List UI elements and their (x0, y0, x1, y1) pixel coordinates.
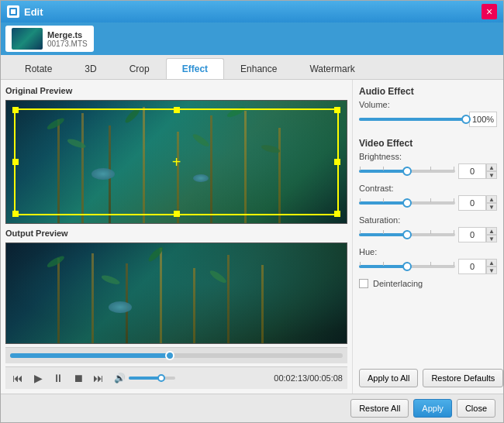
skip-forward-button[interactable]: ⏭ (91, 370, 106, 386)
scrubber-track[interactable] (10, 353, 343, 358)
hue-row: Hue: 0 ▲ ▼ (359, 247, 497, 274)
brightness-up[interactable]: ▲ (486, 163, 497, 171)
contrast-value: 0 (458, 195, 486, 211)
playback-controls: ⏮ ▶ ⏸ ⏹ ⏭ 🔊 00:02:13/00:05:08 (5, 366, 347, 389)
volume-fill (129, 377, 161, 380)
crop-handle-br[interactable] (334, 211, 340, 217)
file-name: Merge.ts (47, 30, 88, 40)
scrubber-area (5, 347, 347, 363)
brightness-slider-row: 0 ▲ ▼ (359, 163, 497, 179)
hue-spinners: ▲ ▼ (486, 259, 497, 274)
restore-all-button[interactable]: Restore All (350, 399, 409, 418)
tab-watermark[interactable]: Watermark (293, 58, 371, 79)
saturation-up[interactable]: ▲ (486, 227, 497, 235)
output-preview-label: Output Preview (5, 227, 347, 239)
brightness-track[interactable] (359, 170, 455, 173)
hue-slider-row: 0 ▲ ▼ (359, 259, 497, 274)
crop-overlay: + (14, 108, 339, 215)
close-button[interactable]: × (482, 4, 497, 19)
audio-effect-section: Audio Effect Volume: 100% (359, 86, 497, 132)
contrast-row: Contrast: 0 ▲ (359, 184, 497, 211)
apply-to-all-row: Apply to All Restore Defaults (359, 369, 497, 387)
brightness-thumb[interactable] (402, 167, 412, 176)
main-content: Original Preview (1, 80, 503, 394)
hue-thumb[interactable] (402, 262, 412, 271)
volume-control-row: Volume: 100% (359, 100, 497, 127)
contrast-track[interactable] (359, 201, 455, 205)
tab-effect[interactable]: Effect (166, 58, 224, 79)
brightness-value: 0 (458, 163, 486, 179)
crop-handle-tm[interactable] (174, 107, 180, 113)
hue-down[interactable]: ▼ (486, 267, 497, 274)
scrubber-thumb[interactable] (165, 351, 174, 360)
saturation-track[interactable] (359, 233, 455, 236)
apply-button[interactable]: Apply (413, 399, 452, 418)
deinterlacing-checkbox[interactable] (359, 279, 368, 288)
pause-button[interactable]: ⏸ (50, 370, 66, 386)
saturation-spinners: ▲ ▼ (486, 227, 497, 242)
file-info: Merge.ts 00173.MTS (47, 30, 88, 48)
title-bar: Edit × (1, 1, 503, 22)
volume-icon: 🔊 (114, 373, 126, 383)
output-preview (5, 242, 347, 344)
tab-crop[interactable]: Crop (113, 58, 166, 79)
saturation-thumb[interactable] (402, 230, 412, 239)
crop-handle-bl[interactable] (12, 211, 19, 217)
hue-label: Hue: (359, 247, 497, 256)
file-tab-area: Merge.ts 00173.MTS (1, 22, 503, 55)
contrast-label: Contrast: (359, 184, 497, 193)
hue-value: 0 (458, 259, 486, 274)
volume-value: 100% (469, 112, 497, 127)
saturation-down[interactable]: ▼ (486, 235, 497, 242)
tab-rotate[interactable]: Rotate (9, 58, 68, 79)
volume-slider-track[interactable] (359, 118, 466, 121)
hue-up[interactable]: ▲ (486, 259, 497, 267)
volume-track[interactable] (129, 377, 175, 380)
saturation-value-group: 0 ▲ ▼ (458, 227, 497, 242)
contrast-up[interactable]: ▲ (486, 195, 497, 203)
tab-3d[interactable]: 3D (68, 58, 112, 79)
deinterlacing-label: Deinterlacing (373, 279, 423, 288)
apply-to-all-button[interactable]: Apply to All (359, 369, 418, 387)
hue-value-group: 0 ▲ ▼ (458, 259, 497, 274)
crop-handle-rm[interactable] (334, 159, 340, 165)
output-video-bg (6, 243, 347, 343)
volume-slider-thumb[interactable] (461, 115, 471, 124)
volume-thumb[interactable] (157, 374, 165, 382)
contrast-thumb[interactable] (402, 198, 412, 208)
tab-enhance[interactable]: Enhance (224, 58, 293, 79)
contrast-down[interactable]: ▼ (486, 203, 497, 211)
hue-track[interactable] (359, 265, 455, 268)
edit-window: Edit × Merge.ts 00173.MTS Rotate 3D Crop… (0, 0, 504, 423)
video-effect-section: Video Effect Brightness: 0 (359, 138, 497, 288)
stop-button[interactable]: ⏹ (71, 370, 86, 386)
crop-handle-bm[interactable] (174, 211, 180, 217)
restore-defaults-button[interactable]: Restore Defaults (423, 369, 503, 387)
output-bamboo-scene (6, 243, 347, 343)
brightness-row: Brightness: 0 ▲ (359, 152, 497, 179)
volume-slider-row: 100% (359, 112, 497, 127)
crop-center-marker: + (172, 153, 181, 171)
right-panel: Audio Effect Volume: 100% Video Effect (352, 80, 503, 394)
tab-bar: Rotate 3D Crop Effect Enhance Watermark (1, 55, 503, 80)
play-button[interactable]: ▶ (30, 370, 46, 386)
file-subname: 00173.MTS (47, 40, 88, 48)
saturation-label: Saturation: (359, 215, 497, 225)
footer: Restore All Apply Close (1, 394, 503, 422)
close-dialog-button[interactable]: Close (457, 399, 495, 418)
brightness-down[interactable]: ▼ (486, 171, 497, 179)
crop-handle-lm[interactable] (12, 159, 19, 165)
crop-handle-tr[interactable] (334, 107, 340, 113)
deinterlacing-row: Deinterlacing (359, 279, 497, 288)
crop-handle-tl[interactable] (12, 107, 19, 113)
contrast-slider-row: 0 ▲ ▼ (359, 195, 497, 211)
brightness-spinners: ▲ ▼ (486, 163, 497, 179)
scrubber-fill (10, 353, 170, 358)
original-preview-label: Original Preview (5, 84, 347, 97)
window-title: Edit (24, 6, 482, 18)
left-panel: Original Preview (1, 80, 352, 394)
skip-back-button[interactable]: ⏮ (10, 370, 26, 386)
file-tab[interactable]: Merge.ts 00173.MTS (5, 26, 94, 52)
file-thumbnail (12, 28, 43, 50)
saturation-slider-row: 0 ▲ ▼ (359, 227, 497, 242)
